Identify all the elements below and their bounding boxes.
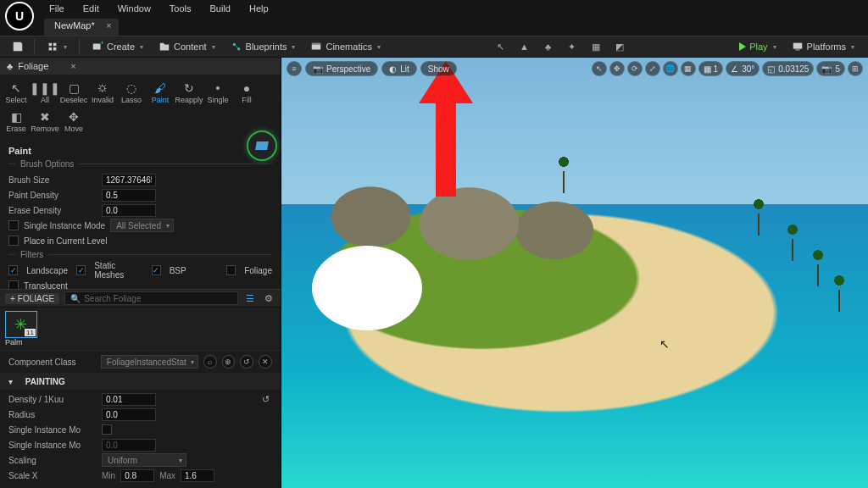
- erase-density-input[interactable]: [102, 204, 156, 217]
- tool-invalid[interactable]: ⛭Invalid: [88, 78, 117, 107]
- filter-foliage-check[interactable]: [226, 265, 236, 275]
- single-instance-label: Single Instance Mode: [24, 221, 105, 230]
- density-input[interactable]: [102, 393, 156, 406]
- tool-reapply[interactable]: ↻Reapply: [175, 78, 203, 107]
- viewport-left-controls: ≡ 📷Perspective ◐Lit Show: [287, 61, 457, 76]
- sphere-icon: ◐: [389, 64, 397, 74]
- viewport[interactable]: ↖ ≡ 📷Perspective ◐Lit Show ↖ ✥ ⟳ ⤢ 🌐 ▦ ▦…: [281, 58, 868, 488]
- camera-speed-button[interactable]: 📷 5: [816, 61, 845, 76]
- maximize-icon[interactable]: ⊞: [848, 61, 863, 76]
- single-mode-check[interactable]: [102, 424, 112, 435]
- menu-build[interactable]: Build: [202, 2, 239, 15]
- landscape-mode-icon[interactable]: ▲: [514, 38, 536, 55]
- paint-header: Paint: [8, 146, 272, 156]
- svg-rect-0: [93, 44, 101, 50]
- reset-density-icon[interactable]: ↺: [259, 392, 272, 406]
- clear-icon[interactable]: ✕: [259, 355, 272, 369]
- foliage-mode-icon[interactable]: ♣: [537, 38, 559, 55]
- grid-snap-button[interactable]: ▦ 1: [698, 61, 723, 76]
- single-instance-dropdown[interactable]: All Selected: [110, 219, 174, 232]
- paint-density-input[interactable]: [102, 189, 156, 202]
- palm-tree: [561, 159, 566, 193]
- platforms-button[interactable]: Platforms▾: [785, 39, 861, 54]
- tool-single[interactable]: •Single: [203, 78, 232, 107]
- max-label: Max: [159, 471, 175, 480]
- tool-all[interactable]: ❚❚❚All: [31, 78, 59, 107]
- brush-size-input[interactable]: [102, 174, 156, 186]
- filter-translucent-check[interactable]: [8, 280, 19, 289]
- close-panel-icon[interactable]: ×: [70, 61, 75, 71]
- modes-button[interactable]: ▾: [40, 39, 74, 54]
- palm-tree: [790, 227, 795, 261]
- filter-landscape-label: Landscape: [26, 266, 68, 275]
- tool-erase[interactable]: ◧Erase: [2, 107, 31, 136]
- close-icon[interactable]: ×: [106, 20, 111, 30]
- mesh-paint-icon[interactable]: ✦: [561, 38, 583, 55]
- browse-icon[interactable]: ⌕: [203, 355, 217, 369]
- menu-edit[interactable]: Edit: [75, 2, 108, 15]
- coord-space-icon[interactable]: 🌐: [663, 61, 678, 76]
- tool-move[interactable]: ✥Move: [59, 107, 88, 136]
- gear-icon[interactable]: ⚙: [262, 291, 275, 305]
- tab-newmap[interactable]: NewMap* ×: [44, 19, 119, 36]
- select-gizmo-icon[interactable]: ↖: [592, 61, 607, 76]
- brush-size-label: Brush Size: [8, 175, 97, 185]
- perspective-button[interactable]: 📷Perspective: [305, 61, 378, 76]
- scalex-max-input[interactable]: [181, 469, 214, 482]
- scaling-dropdown[interactable]: Uniform: [102, 453, 186, 467]
- search-foliage-input[interactable]: 🔍Search Foliage: [64, 291, 238, 305]
- tool-remove[interactable]: ✖Remove: [31, 107, 59, 136]
- filter-landscape-check[interactable]: [8, 265, 18, 275]
- foliage-thumb-palm[interactable]: ✳11 Palm: [5, 311, 37, 347]
- play-button[interactable]: Play▾: [732, 40, 782, 53]
- foliage-type-ring[interactable]: [248, 132, 275, 159]
- fracture-mode-icon[interactable]: ▦: [585, 38, 607, 55]
- scale-gizmo-icon[interactable]: ⤢: [645, 61, 660, 76]
- unreal-logo[interactable]: U: [5, 2, 34, 30]
- menu-help[interactable]: Help: [241, 2, 277, 15]
- create-button[interactable]: +Create▾: [85, 39, 150, 54]
- erase-density-label: Erase Density: [8, 206, 97, 215]
- surface-snap-icon[interactable]: ▦: [681, 61, 696, 76]
- painting-section-label[interactable]: PAINTING: [25, 377, 65, 386]
- save-button[interactable]: [7, 38, 29, 55]
- translate-gizmo-icon[interactable]: ✥: [609, 61, 625, 76]
- component-class-dropdown[interactable]: FoliageInstancedStat: [101, 355, 198, 369]
- tool-fill[interactable]: ●Fill: [232, 78, 261, 107]
- lit-button[interactable]: ◐Lit: [381, 61, 417, 76]
- tool-deselect[interactable]: ▢Deselec: [59, 78, 88, 107]
- tool-select[interactable]: ↖Select: [2, 78, 31, 107]
- single-instance-check[interactable]: [8, 220, 19, 230]
- filter-foliage-label: Foliage: [244, 266, 272, 275]
- filter-bsp-check[interactable]: [152, 265, 161, 275]
- filter-icon[interactable]: ☰: [243, 291, 257, 305]
- add-foliage-button[interactable]: + FOLIAGE: [5, 293, 59, 304]
- use-icon[interactable]: ⊕: [222, 355, 236, 369]
- viewport-menu-button[interactable]: ≡: [287, 61, 302, 76]
- scale-snap-button[interactable]: ◱ 0.03125: [762, 61, 814, 76]
- cinematics-button[interactable]: Cinematics▾: [303, 39, 387, 54]
- reset-icon[interactable]: ↺: [240, 355, 253, 369]
- blueprints-button[interactable]: Blueprints▾: [224, 39, 303, 54]
- menu-window[interactable]: Window: [109, 2, 159, 15]
- menu-file[interactable]: File: [41, 2, 73, 15]
- filter-static-check[interactable]: [76, 265, 86, 275]
- show-button[interactable]: Show: [420, 61, 457, 76]
- place-current-check[interactable]: [8, 236, 19, 246]
- paint-brush-preview: [312, 246, 422, 330]
- tool-paint[interactable]: 🖌Paint: [146, 78, 175, 107]
- content-button[interactable]: Content▾: [152, 39, 222, 54]
- brush-mode-icon[interactable]: ◩: [609, 38, 631, 55]
- angle-snap-button[interactable]: ∠ 30°: [726, 61, 760, 76]
- radius-input[interactable]: [102, 408, 156, 421]
- tool-grid: ↖Select ❚❚❚All ▢Deselec ⛭Invalid ◌Lasso …: [0, 75, 281, 139]
- thumb-caption: Palm: [5, 338, 37, 347]
- main-toolbar: ▾ +Create▾ Content▾ Blueprints▾ Cinemati…: [0, 36, 868, 58]
- density-label: Density / 1Kuu: [8, 395, 97, 404]
- rotate-gizmo-icon[interactable]: ⟳: [627, 61, 643, 76]
- scalex-min-input[interactable]: [120, 469, 154, 482]
- select-mode-icon[interactable]: ↖: [490, 38, 512, 55]
- tool-lasso[interactable]: ◌Lasso: [117, 78, 146, 107]
- menu-tools[interactable]: Tools: [161, 2, 200, 15]
- content-label: Content: [174, 42, 207, 52]
